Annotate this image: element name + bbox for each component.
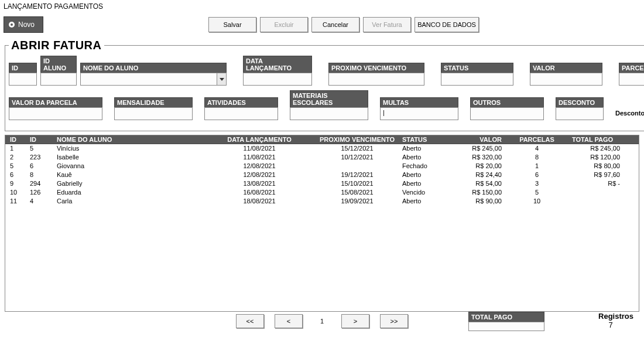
valor-label: VALOR	[530, 63, 602, 73]
atividades-label: ATIVIDADES	[204, 97, 278, 107]
outros-label: OUTROS	[470, 97, 544, 107]
banco-dados-button[interactable]: BANCO DE DADOS	[415, 17, 479, 32]
nome-aluno-combo[interactable]	[80, 73, 227, 86]
salvar-button[interactable]: Salvar	[208, 17, 256, 32]
outros-input[interactable]	[470, 107, 544, 120]
desconto-pct-label: Desconto %	[615, 110, 644, 120]
table-row[interactable]: 10126Eduarda16/08/202115/08/2021VencidoR…	[5, 188, 639, 197]
cancelar-button[interactable]: Cancelar	[311, 17, 359, 32]
valor-parcela-label: VALOR DA PARCELA	[9, 97, 102, 107]
desconto-label: DESCONTO	[556, 97, 604, 107]
registros-label: Registros	[598, 312, 633, 321]
excluir-button[interactable]: Excluir	[260, 17, 308, 32]
table-row[interactable]: 9294Gabrielly13/08/202115/10/2021AbertoR…	[5, 179, 639, 188]
prev-page-button[interactable]: <	[275, 314, 303, 328]
multas-input[interactable]: |	[380, 107, 458, 120]
prox-venc-label: PROXIMO VENCIMENTO	[328, 63, 424, 73]
mensalidade-input[interactable]	[114, 107, 193, 120]
parcelas-combo[interactable]	[619, 73, 644, 86]
payments-grid[interactable]: ID ID NOME DO ALUNO DATA LANÇAMENTO PROX…	[5, 135, 639, 312]
total-pago-label: TOTAL PAGO	[468, 312, 544, 322]
id-label: ID	[9, 63, 37, 73]
data-lanc-label: DATA LANÇAMENTO	[243, 56, 312, 73]
registros-value: 7	[598, 321, 633, 329]
table-row[interactable]: 114Carla18/08/202119/09/2021AbertoR$ 90,…	[5, 197, 639, 206]
col-prox: PROXIMO VENCIMENTO	[314, 135, 400, 144]
table-row[interactable]: 68Kauê12/08/202119/12/2021AbertoR$ 24,40…	[5, 171, 639, 179]
mensalidade-label: MENSALIDADE	[114, 97, 193, 107]
chevron-down-icon	[217, 73, 226, 85]
toolbar: Novo Salvar Excluir Cancelar Ver Fatura …	[0, 13, 644, 36]
table-row[interactable]: 15Vinícius11/08/202115/12/2021AbertoR$ 2…	[5, 144, 639, 153]
multas-label: MULTAS	[380, 97, 458, 107]
ver-fatura-button[interactable]: Ver Fatura	[363, 17, 411, 32]
materiais-label: MATERIAIS ESCOLARES	[290, 90, 368, 107]
abrir-fatura-frame: ABRIR FATURA ID ID ALUNO NOME DO ALUNO D…	[5, 39, 644, 131]
prox-venc-input[interactable]	[328, 73, 424, 86]
valor-parcela-input[interactable]	[9, 107, 102, 120]
status-label: STATUS	[441, 63, 513, 73]
desconto-input[interactable]	[556, 107, 604, 120]
page-number: 1	[313, 318, 331, 325]
grid-header-row: ID ID NOME DO ALUNO DATA LANÇAMENTO PROX…	[5, 135, 639, 144]
pager: << < 1 > >>	[236, 314, 408, 328]
total-pago-value	[468, 322, 544, 331]
id-aluno-input[interactable]	[40, 73, 77, 86]
footer: << < 1 > >> TOTAL PAGO Registros 7	[0, 312, 644, 331]
materiais-input[interactable]	[290, 107, 368, 120]
col-id2: ID	[28, 135, 54, 144]
id-aluno-label: ID ALUNO	[40, 56, 77, 73]
radio-icon	[9, 22, 15, 28]
nome-aluno-label: NOME DO ALUNO	[80, 63, 227, 73]
next-page-button[interactable]: >	[341, 314, 369, 328]
novo-label: Novo	[18, 21, 35, 29]
col-id1: ID	[5, 135, 28, 144]
atividades-input[interactable]	[204, 107, 278, 120]
col-valor: VALOR	[453, 135, 511, 144]
frame-legend: ABRIR FATURA	[9, 39, 104, 52]
col-parcelas: PARCELAS	[511, 135, 563, 144]
valor-input[interactable]	[530, 73, 602, 86]
window-title: LANÇAMENTO PAGAMENTOS	[0, 0, 644, 13]
first-page-button[interactable]: <<	[236, 314, 264, 328]
col-total: TOTAL PAGO	[563, 135, 624, 144]
novo-button[interactable]: Novo	[4, 16, 43, 33]
id-input[interactable]	[9, 73, 37, 86]
col-data: DATA LANÇAMENTO	[204, 135, 314, 144]
col-nome: NOME DO ALUNO	[54, 135, 204, 144]
grid-body: 15Vinícius11/08/202115/12/2021AbertoR$ 2…	[5, 144, 639, 206]
table-row[interactable]: 56Giovanna12/08/2021FechadoR$ 20,001R$ 8…	[5, 162, 639, 171]
data-lanc-input[interactable]	[243, 73, 312, 86]
col-status: STATUS	[400, 135, 453, 144]
table-row[interactable]: 2223Isabelle11/08/202110/12/2021AbertoR$…	[5, 153, 639, 162]
parcelas-label: PARCELAS	[619, 63, 644, 73]
status-input[interactable]	[441, 73, 513, 86]
last-page-button[interactable]: >>	[380, 314, 408, 328]
